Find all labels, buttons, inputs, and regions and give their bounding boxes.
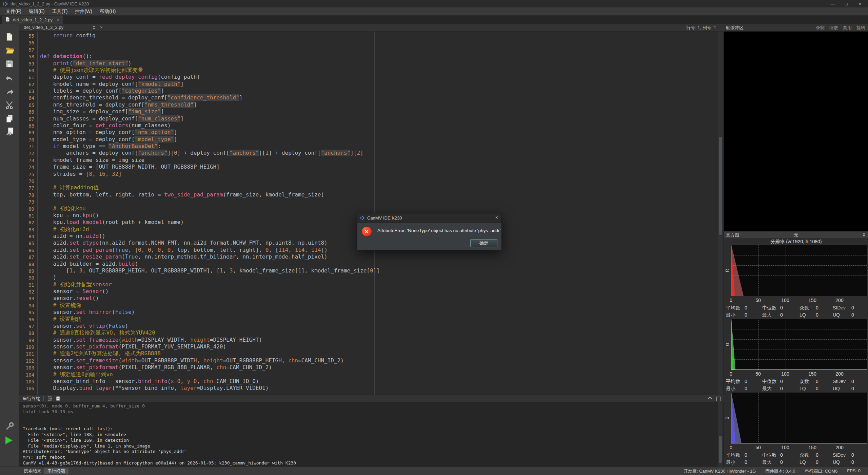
code-line[interactable]: 68 color_four = get_colors(num_classes)	[19, 122, 717, 129]
code-line[interactable]: 62 kmodel_name = deploy_conf["kmodel_pat…	[19, 81, 717, 88]
menu-bar: 文件(F)编辑(E)工具(T)控件(W)帮助(H)	[0, 7, 868, 16]
code-line[interactable]: 102 sensor.set_framesize(width=OUT_RGB88…	[19, 357, 717, 364]
code-line[interactable]: 104 # 绑定通道0的输出到vo	[19, 371, 717, 378]
code-line[interactable]: 63 labels = deploy_conf["categories"]	[19, 88, 717, 95]
code-line[interactable]: 98 # 通道0直接给到显示VO, 格式为YUV420	[19, 329, 717, 337]
redo-icon[interactable]	[5, 88, 15, 97]
document-switcher-icon[interactable]	[93, 25, 95, 30]
maximize-button[interactable]: □	[840, 0, 853, 7]
minimize-button[interactable]: —	[826, 0, 840, 7]
document-title: det_video_1_2_2.py	[24, 25, 63, 30]
code-line[interactable]: 90 )	[19, 274, 717, 281]
statusbar-tab-serial-terminal[interactable]: 串行终端	[44, 468, 68, 474]
code-line[interactable]: 58def detection():	[19, 53, 717, 60]
copy-icon[interactable]	[5, 114, 15, 124]
cut-icon[interactable]	[5, 100, 15, 110]
resolution-label: 分辨率 (w:1920, h:1080)	[724, 239, 868, 245]
connect-wrench-icon[interactable]	[4, 421, 15, 432]
menu-file[interactable]: 文件(F)	[2, 8, 25, 15]
terminal-line: Traceback (most recent call last):	[23, 426, 113, 431]
code-line[interactable]: 75 strides = [8, 16, 32]	[19, 171, 717, 178]
editor-scrollbar-handle[interactable]	[719, 137, 722, 235]
histogram-mode-spinner-icon[interactable]	[863, 233, 865, 237]
terminal-output[interactable]: sensor(0), mode 0, buffer_num 4, buffer_…	[19, 402, 724, 467]
code-line[interactable]: 95 sensor.set_hmirror(False)	[19, 309, 717, 316]
code-line[interactable]: 56	[19, 39, 717, 46]
code-line[interactable]: 96 # 设置翻转	[19, 316, 717, 323]
code-line[interactable]: 105 sensor_bind_info = sensor.bind_info(…	[19, 378, 717, 385]
save-icon[interactable]	[5, 59, 15, 69]
statusbar-tab-search-results[interactable]: 搜索结果	[20, 468, 45, 474]
code-line[interactable]: 65 nms_threshold = deploy_conf["nms_thre…	[19, 101, 717, 109]
code-line[interactable]: 78 top, bottom, left, right, ratio = two…	[19, 191, 717, 198]
axis-ticks: 050100150200	[731, 298, 867, 303]
code-line[interactable]: 94 # 设置镜像	[19, 302, 717, 309]
dialog-title: CanMV IDE K230	[367, 215, 402, 221]
framebuffer-action-3[interactable]: 旋转	[856, 25, 865, 31]
code-line[interactable]: 72 anchors = deploy_conf["anchors"][0] +…	[19, 150, 717, 157]
code-line[interactable]: 74 frame_size = [OUT_RGB888P_WIDTH, OUT_…	[19, 164, 717, 171]
framebuffer-action-2[interactable]: 禁用	[843, 25, 852, 31]
code-line[interactable]: 103 sensor.set_pixformat(PIXEL_FORMAT_RG…	[19, 364, 717, 371]
collapse-panel-icon[interactable]	[708, 397, 712, 401]
code-line[interactable]: 57	[19, 46, 717, 53]
open-folder-icon[interactable]	[5, 46, 15, 55]
code-line[interactable]: 106 Display.bind_layer(**sensor_bind_inf…	[19, 385, 717, 392]
tab-det-video[interactable]: det_video_1_2_2.py ×	[2, 16, 63, 24]
code-line[interactable]: 67 num_classes = deploy_conf["num_classe…	[19, 115, 717, 122]
code-line[interactable]: 93 sensor.reset()	[19, 295, 717, 302]
code-line[interactable]: 64 confidence_threshold = deploy_conf["c…	[19, 94, 717, 101]
status-bar: 搜索结果 串行终端 开发板: CanMV K230 HiWonder - 1G …	[0, 467, 868, 475]
code-line[interactable]: 91 # 初始化并配置sensor	[19, 281, 717, 288]
code-line[interactable]: 55 return config	[19, 32, 717, 39]
import-log-icon[interactable]	[47, 396, 53, 402]
menu-edit[interactable]: 编辑(E)	[25, 8, 48, 15]
editor-scrollbar[interactable]	[718, 32, 723, 395]
menu-help[interactable]: 帮助(H)	[96, 8, 119, 15]
close-button[interactable]: ×	[853, 0, 867, 7]
undo-icon[interactable]	[5, 74, 15, 83]
histogram-mode-select[interactable]: 无	[724, 232, 868, 238]
tab-close-icon[interactable]: ×	[57, 17, 60, 22]
code-line[interactable]: 101 # 通道2给到AI做算法处理, 格式为RGB888	[19, 350, 717, 357]
code-line[interactable]: 87 ai2d.set_resize_param(True, nn.interp…	[19, 253, 717, 261]
code-line[interactable]: 79	[19, 198, 717, 205]
ok-button[interactable]: 确定	[470, 239, 497, 247]
code-line[interactable]: 60 # 使用json读取内容初始化部署变量	[19, 67, 717, 74]
menu-widgets[interactable]: 控件(W)	[71, 8, 96, 15]
menu-tools[interactable]: 工具(T)	[48, 8, 72, 15]
code-line[interactable]: 97 sensor.set_vflip(False)	[19, 323, 717, 330]
dialog-title-bar[interactable]: CanMV IDE K230 ×	[357, 213, 501, 223]
new-file-icon[interactable]	[5, 32, 15, 42]
run-icon[interactable]	[3, 435, 14, 446]
file-icon	[5, 17, 10, 23]
code-line[interactable]: 89 [1, 3, OUT_RGB888P_HEIGH, OUT_RGB888P…	[19, 267, 717, 274]
pane-header: det_video_1_2_2.py × 行号: 1, 列号: 1 帧缓冲区 录…	[0, 24, 868, 32]
code-line[interactable]: 70 model_type = deploy_conf["model_type"…	[19, 136, 717, 143]
code-line[interactable]: 71 if model_type == "AnchorBaseDet":	[19, 143, 717, 150]
code-line[interactable]: 66 img_size = deploy_conf["img_size"]	[19, 108, 717, 115]
code-line[interactable]: 76	[19, 177, 717, 185]
save-log-icon[interactable]	[55, 396, 61, 402]
code-line[interactable]: 100 sensor.set_pixformat(PIXEL_FORMAT_YU…	[19, 343, 717, 350]
code-line[interactable]: 92 sensor = Sensor()	[19, 288, 717, 295]
terminal-scrollbar-handle[interactable]	[719, 436, 722, 463]
tab-bar: det_video_1_2_2.py ×	[0, 16, 868, 24]
dialog-close-icon[interactable]: ×	[495, 215, 498, 220]
code-line[interactable]: 69 nms_option = deploy_conf["nms_option"…	[19, 129, 717, 136]
window-title: det_video_1_2_2.py - CanMV IDE K230	[11, 1, 89, 6]
paste-icon[interactable]	[5, 127, 15, 136]
code-line[interactable]: 73 kmodel_frame_size = img_size	[19, 157, 717, 164]
error-dialog: CanMV IDE K230 × ✕ AttributeError: 'None…	[357, 213, 502, 250]
code-line[interactable]: 59 print("det_infer start")	[19, 60, 717, 67]
framebuffer-action-1[interactable]: 缩放	[829, 25, 838, 31]
code-line[interactable]: 80 # 初始化kpu	[19, 205, 717, 212]
terminal-scrollbar[interactable]	[718, 402, 723, 467]
document-close-icon[interactable]: ×	[100, 25, 103, 30]
code-line[interactable]: 88 ai2d_builder = ai2d.build(	[19, 261, 717, 268]
code-line[interactable]: 99 sensor.set_framesize(width=DISPLAY_WI…	[19, 337, 717, 344]
framebuffer-action-0[interactable]: 录制	[816, 25, 825, 31]
code-line[interactable]: 77 # 计算padding值	[19, 184, 717, 191]
detach-panel-icon[interactable]	[716, 397, 721, 401]
code-line[interactable]: 61 deploy_conf = read_deploy_config(conf…	[19, 74, 717, 81]
